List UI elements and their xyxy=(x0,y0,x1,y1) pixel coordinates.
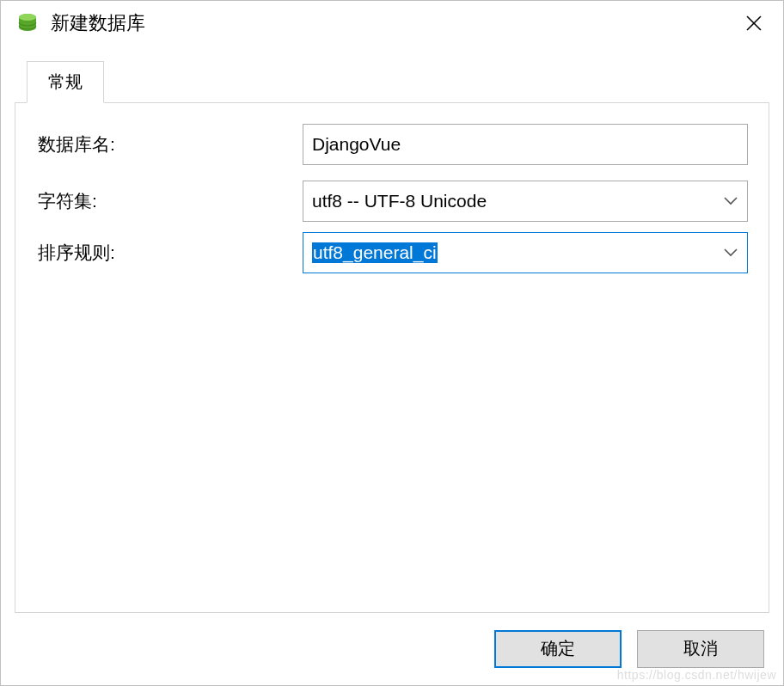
dialog-footer: 确定 取消 xyxy=(1,613,783,685)
label-charset: 字符集: xyxy=(36,189,303,213)
svg-point-1 xyxy=(19,14,36,21)
field-charset: utf8 -- UTF-8 Unicode xyxy=(303,181,748,222)
new-database-dialog: 新建数据库 常规 数据库名: 字符集: xyxy=(0,0,784,686)
row-charset: 字符集: utf8 -- UTF-8 Unicode xyxy=(36,181,748,222)
tab-strip: 常规 xyxy=(15,60,769,102)
close-button[interactable] xyxy=(733,3,775,44)
titlebar: 新建数据库 xyxy=(1,1,783,46)
dialog-body: 常规 数据库名: 字符集: utf8 -- UTF-8 Unicode xyxy=(1,46,783,613)
label-db-name: 数据库名: xyxy=(36,132,303,156)
tab-panel-general: 数据库名: 字符集: utf8 -- UTF-8 Unicode xyxy=(15,102,769,613)
cancel-button[interactable]: 取消 xyxy=(637,630,764,668)
select-collation-value: utf8_general_ci xyxy=(312,242,438,263)
row-collation: 排序规则: utf8_general_ci xyxy=(36,232,748,273)
label-collation: 排序规则: xyxy=(36,241,303,265)
select-charset[interactable]: utf8 -- UTF-8 Unicode xyxy=(303,181,748,222)
dialog-title: 新建数据库 xyxy=(51,10,733,36)
close-icon xyxy=(745,15,763,32)
input-db-name[interactable] xyxy=(303,124,748,165)
ok-button[interactable]: 确定 xyxy=(494,630,622,668)
field-db-name xyxy=(303,124,748,165)
field-collation: utf8_general_ci xyxy=(303,232,748,273)
database-icon xyxy=(16,12,39,34)
select-charset-value: utf8 -- UTF-8 Unicode xyxy=(312,191,487,211)
tab-general[interactable]: 常规 xyxy=(27,61,104,103)
select-collation[interactable]: utf8_general_ci xyxy=(303,232,748,273)
row-db-name: 数据库名: xyxy=(36,124,748,165)
